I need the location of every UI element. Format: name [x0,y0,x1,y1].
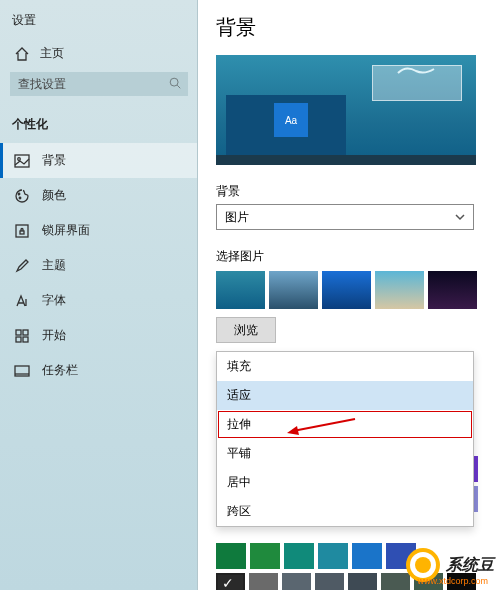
fit-option-stretch[interactable]: 拉伸 [217,410,473,439]
home-nav[interactable]: 主页 [0,39,198,72]
svg-rect-11 [23,337,28,342]
fit-option-fit[interactable]: 适应 [217,381,473,410]
picture-thumbnails [216,271,484,309]
page-title: 背景 [216,14,484,41]
fit-mode-menu: 填充 适应 拉伸 平铺 居中 跨区 [216,351,474,527]
home-icon [14,46,30,62]
svg-point-5 [19,197,21,199]
main-panel: 背景 Aa 背景 图片 选择图片 浏览 填充 适应 拉伸 [198,0,500,590]
thumbnail[interactable] [375,271,424,309]
thumbnail[interactable] [269,271,318,309]
svg-point-3 [18,157,21,160]
annotation-arrow [287,417,357,438]
lock-screen-icon [14,223,30,239]
background-label: 背景 [216,183,484,200]
sidebar-item-themes[interactable]: 主题 [0,248,198,283]
home-label: 主页 [40,45,64,62]
browse-button[interactable]: 浏览 [216,317,276,343]
sidebar-item-label: 锁屏界面 [42,222,90,239]
section-header: 个性化 [0,108,198,143]
sidebar-item-lockscreen[interactable]: 锁屏界面 [0,213,198,248]
sidebar-item-label: 背景 [42,152,66,169]
color-swatch[interactable] [216,543,246,569]
svg-line-1 [177,85,180,88]
svg-line-14 [293,419,355,431]
svg-rect-9 [23,330,28,335]
sidebar-item-fonts[interactable]: 字体 [0,283,198,318]
font-icon [14,293,30,309]
desktop-preview: Aa [216,55,476,165]
palette-icon [14,188,30,204]
color-swatch[interactable] [282,573,311,590]
svg-point-4 [18,193,20,195]
fit-option-label: 拉伸 [227,417,251,431]
color-swatch[interactable] [318,543,348,569]
fit-option-span[interactable]: 跨区 [217,497,473,526]
thumbnail[interactable] [322,271,371,309]
sidebar-item-label: 开始 [42,327,66,344]
watermark-url: www.xtdcorp.com [417,576,488,586]
preview-tile: Aa [274,103,308,137]
sidebar-item-label: 字体 [42,292,66,309]
svg-rect-10 [16,337,21,342]
brush-icon [14,258,30,274]
sidebar-item-background[interactable]: 背景 [0,143,198,178]
fit-option-tile[interactable]: 平铺 [217,439,473,468]
color-swatch[interactable] [284,543,314,569]
svg-rect-7 [20,231,24,234]
color-swatch[interactable] [250,543,280,569]
sidebar-item-label: 颜色 [42,187,66,204]
choose-picture-label: 选择图片 [216,248,484,265]
sidebar-item-label: 任务栏 [42,362,78,379]
chevron-down-icon [455,212,465,222]
color-swatch[interactable] [352,543,382,569]
start-icon [14,328,30,344]
picture-icon [14,153,30,169]
fit-option-fill[interactable]: 填充 [217,352,473,381]
background-type-dropdown[interactable]: 图片 [216,204,474,230]
svg-point-0 [170,78,178,86]
sidebar-item-label: 主题 [42,257,66,274]
watermark-name: 系统豆 [446,555,494,576]
watermark: 系统豆 www.xtdcorp.com [406,548,494,582]
search-input[interactable] [10,72,188,96]
svg-marker-15 [287,426,299,435]
color-swatch[interactable] [249,573,278,590]
sidebar-item-colors[interactable]: 颜色 [0,178,198,213]
fit-option-center[interactable]: 居中 [217,468,473,497]
thumbnail[interactable] [216,271,265,309]
svg-rect-8 [16,330,21,335]
thumbnail[interactable] [428,271,477,309]
color-swatch[interactable] [216,573,245,590]
taskbar-icon [14,363,30,379]
color-swatch[interactable] [348,573,377,590]
settings-sidebar: 设置 主页 个性化 背景 颜色 锁屏界面 主题 字体 [0,0,198,590]
search-icon [168,76,182,90]
sidebar-item-start[interactable]: 开始 [0,318,198,353]
settings-label: 设置 [0,8,198,39]
dropdown-value: 图片 [225,209,249,226]
sidebar-item-taskbar[interactable]: 任务栏 [0,353,198,388]
color-swatch[interactable] [315,573,344,590]
